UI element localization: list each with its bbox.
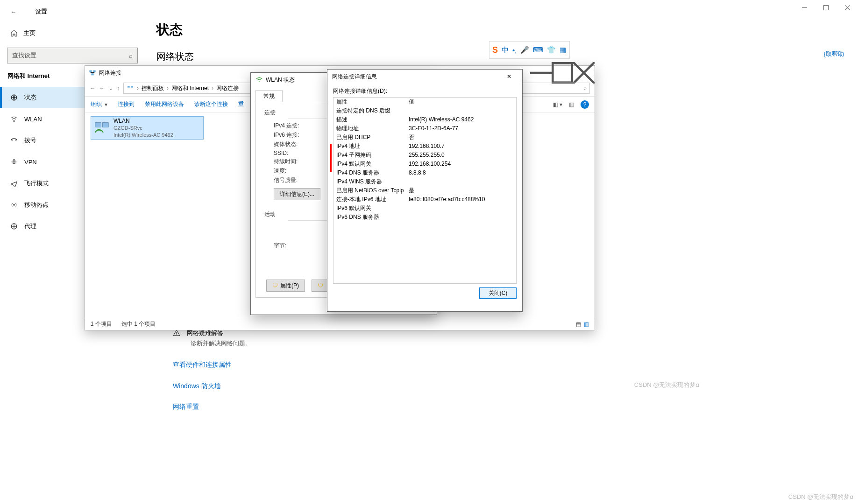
view-details-icon[interactable]: ▤ xyxy=(576,321,581,328)
lbl-ssid: SSID: xyxy=(274,150,311,156)
details-list[interactable]: 属性 值 连接特定的 DNS 后缀描述Intel(R) Wireless-AC … xyxy=(333,97,517,284)
dialog-title: WLAN 状态 xyxy=(266,76,295,84)
view-large-icon[interactable]: ▥ xyxy=(584,321,589,328)
cmd-organize[interactable]: 组织 xyxy=(91,100,102,108)
lbl-signal: 信号质量: xyxy=(274,176,311,184)
details-row[interactable]: IPv4 地址192.168.100.7 xyxy=(333,142,516,151)
status-count: 1 个项目 xyxy=(91,320,112,328)
back-icon[interactable]: ← xyxy=(10,8,16,15)
details-row[interactable]: IPv4 默认网关192.168.100.254 xyxy=(333,160,516,168)
explorer-statusbar: 1 个项目 选中 1 个项目 ▤ ▥ xyxy=(85,318,595,330)
watermark: CSDN @无法实现的梦α xyxy=(788,493,853,501)
details-row[interactable]: IPv4 WINS 服务器 xyxy=(333,177,516,186)
details-value xyxy=(409,178,513,186)
cmd-connect[interactable]: 连接到 xyxy=(118,100,135,108)
dialog-titlebar[interactable]: 网络连接详细信息 ✕ xyxy=(327,70,522,84)
preview-pane-icon[interactable]: ▥ xyxy=(569,101,574,108)
details-row[interactable]: 物理地址3C-F0-11-2D-6A-77 xyxy=(333,124,516,133)
ime-lang[interactable]: 中 xyxy=(502,46,509,55)
link-reset[interactable]: 网络重置 xyxy=(173,403,251,411)
ime-mic-icon[interactable]: 🎤 xyxy=(520,46,529,54)
close-button[interactable] xyxy=(837,0,858,15)
connection-item-wlan[interactable]: WLAN GZGD-SRvc Intel(R) Wireless-AC 9462 xyxy=(91,116,204,140)
ime-toolbar[interactable]: S 中 •, 🎤 ⌨ 👕 ▦ xyxy=(489,41,570,59)
back-icon[interactable]: ← xyxy=(90,85,95,91)
ime-grid-icon[interactable]: ▦ xyxy=(560,46,566,54)
close-button[interactable]: ✕ xyxy=(501,73,518,80)
shield-icon: 🛡 xyxy=(318,282,323,289)
sidebar-label: WLAN xyxy=(24,116,42,123)
watermark: CSDN @无法实现的梦α xyxy=(634,381,699,389)
details-property: 描述 xyxy=(336,116,409,124)
wifi-icon xyxy=(255,76,263,84)
svg-rect-7 xyxy=(93,70,95,72)
airplane-icon xyxy=(10,180,18,187)
lbl-bytes: 字节: xyxy=(274,242,311,250)
details-value: Intel(R) Wireless-AC 9462 xyxy=(409,116,513,124)
lbl-ipv4-conn: IPv4 连接: xyxy=(274,122,311,130)
details-row[interactable]: IPv4 子网掩码255.255.255.0 xyxy=(333,151,516,160)
path-0[interactable]: 控制面板 xyxy=(142,84,164,92)
link-hardware[interactable]: 查看硬件和连接属性 xyxy=(173,361,251,369)
details-value xyxy=(409,213,513,221)
vpn-icon xyxy=(10,158,18,166)
minimize-button[interactable] xyxy=(794,0,815,15)
details-property: IPv6 DNS 服务器 xyxy=(336,213,409,221)
forward-icon[interactable]: → xyxy=(99,85,105,91)
details-property: IPv4 DNS 服务器 xyxy=(336,169,409,177)
details-row[interactable]: 连接-本地 IPv6 地址fe80::f080:ef7e:ad7b:c488%1… xyxy=(333,195,516,204)
details-value: 192.168.100.7 xyxy=(409,142,513,150)
svg-rect-6 xyxy=(89,70,92,72)
svg-point-4 xyxy=(14,204,15,206)
maximize-button[interactable] xyxy=(552,66,573,80)
lbl-ipv6-conn: IPv6 连接: xyxy=(274,131,311,139)
details-property: 物理地址 xyxy=(336,125,409,133)
svg-rect-10 xyxy=(128,86,130,87)
help-icon[interactable]: ? xyxy=(581,100,589,109)
path-1[interactable]: 网络和 Internet xyxy=(171,84,209,92)
window-buttons xyxy=(794,0,858,15)
ime-shirt-icon[interactable]: 👕 xyxy=(547,46,556,54)
lbl-duration: 持续时间: xyxy=(274,158,311,166)
details-button[interactable]: 详细信息(E)... xyxy=(274,188,320,200)
details-row[interactable]: 已启用 NetBIOS over Tcpip是 xyxy=(333,186,516,195)
sidebar-label: VPN xyxy=(24,159,37,166)
close-button[interactable] xyxy=(573,66,595,80)
details-value: 否 xyxy=(409,133,513,141)
details-property: IPv4 子网掩码 xyxy=(336,151,409,159)
link-firewall[interactable]: Windows 防火墙 xyxy=(173,382,251,391)
home-icon xyxy=(10,29,18,37)
path-2[interactable]: 网络连接 xyxy=(216,84,239,92)
btn-prop-label: 属性(P) xyxy=(280,282,299,290)
minimize-button[interactable] xyxy=(530,66,552,80)
svg-rect-12 xyxy=(95,123,101,127)
details-row[interactable]: IPv6 DNS 服务器 xyxy=(333,213,516,222)
cmd-disable[interactable]: 禁用此网络设备 xyxy=(145,100,184,108)
details-property: 已启用 NetBIOS over Tcpip xyxy=(336,187,409,195)
details-value: 3C-F0-11-2D-6A-77 xyxy=(409,125,513,133)
svg-rect-13 xyxy=(102,123,108,127)
tab-general[interactable]: 常规 xyxy=(255,90,283,102)
maximize-button[interactable] xyxy=(815,0,837,15)
close-details-button[interactable]: 关闭(C) xyxy=(479,287,517,299)
details-row[interactable]: IPv6 默认网关 xyxy=(333,204,516,213)
details-label: 网络连接详细信息(D): xyxy=(333,87,517,95)
cmd-diagnose[interactable]: 诊断这个连接 xyxy=(194,100,228,108)
ime-keyboard-icon[interactable]: ⌨ xyxy=(533,46,543,54)
network-icon xyxy=(127,84,134,92)
get-help-link[interactable]: {取帮助 xyxy=(824,50,844,58)
cmd-more[interactable]: 重 xyxy=(238,100,244,108)
home-label: 主页 xyxy=(23,29,35,37)
details-row[interactable]: 连接特定的 DNS 后缀 xyxy=(333,106,516,115)
details-property: IPv4 地址 xyxy=(336,142,409,150)
home-link[interactable]: 主页 xyxy=(0,23,145,43)
properties-button[interactable]: 🛡属性(P) xyxy=(266,280,305,292)
details-row[interactable]: IPv4 DNS 服务器8.8.8.8 xyxy=(333,168,516,177)
details-row[interactable]: 描述Intel(R) Wireless-AC 9462 xyxy=(333,115,516,124)
up-icon[interactable]: ↑ xyxy=(117,85,120,91)
view-icon[interactable]: ◧ ▾ xyxy=(553,101,562,108)
history-chevron-icon[interactable]: ⌄ xyxy=(108,85,113,91)
ime-dot-icon[interactable]: •, xyxy=(512,46,517,54)
details-row[interactable]: 已启用 DHCP否 xyxy=(333,133,516,142)
search-input[interactable]: 查找设置 ⌕ xyxy=(7,48,138,63)
